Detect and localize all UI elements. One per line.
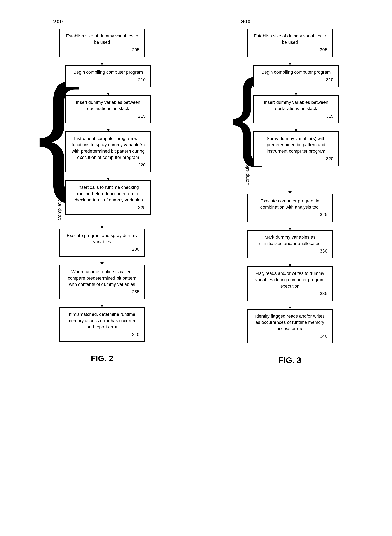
arrow-post-5 [290, 222, 290, 230]
arrow-brace-1 [108, 87, 108, 95]
brace-content-fig3: Begin compiling computer program310Inser… [253, 65, 339, 185]
box-number-220: 220 [71, 162, 146, 168]
brace-side-fig3: {Compilation [241, 65, 253, 185]
box-220: Instrument computer program with functio… [65, 132, 151, 172]
brace-label-fig2: Compilation [57, 197, 62, 220]
box-number-340: 340 [252, 333, 327, 339]
box-225: Insert calls to runtime checking routine… [65, 180, 151, 215]
box-325: Execute computer program in combination … [247, 194, 333, 222]
box-number-325: 325 [252, 212, 327, 218]
box-text-225: Insert calls to runtime checking routine… [74, 185, 143, 203]
box-text-240: If mismatched, determine runtime memory … [67, 312, 137, 329]
arrow-pre-0 [290, 57, 290, 65]
box-number-330: 330 [252, 248, 327, 254]
fig-label-fig3: FIG. 3 [241, 356, 339, 365]
arrow-brace-1 [296, 87, 296, 95]
arrow-brace-3 [108, 172, 108, 180]
box-text-335: Flag reads and/or writes to dummy variab… [255, 271, 325, 289]
box-number-230: 230 [65, 246, 140, 252]
box-text-220: Instrument computer program with functio… [72, 136, 145, 160]
box-335: Flag reads and/or writes to dummy variab… [247, 266, 333, 301]
brace-group-fig3: {CompilationBegin compiling computer pro… [241, 65, 339, 185]
arrow-post-4 [290, 186, 290, 194]
box-number-205: 205 [65, 47, 140, 53]
box-305: Establish size of dummy variables to be … [247, 29, 333, 57]
box-number-235: 235 [65, 289, 140, 295]
diagram-label-fig3: 300 [241, 18, 251, 25]
box-text-325: Execute computer program in combination … [260, 198, 319, 210]
box-320: Spray dummy variable(s) with predetermin… [253, 132, 339, 166]
box-text-210: Begin compiling computer program [73, 70, 143, 75]
box-330: Mark dummy variables as uninitialized an… [247, 230, 333, 258]
box-number-310: 310 [259, 77, 333, 83]
fig-label-fig2: FIG. 2 [53, 354, 151, 363]
box-text-230: Execute program and spray dummy variable… [67, 233, 138, 244]
box-215: Insert dummy variables between declarati… [65, 95, 151, 123]
box-number-320: 320 [259, 156, 333, 162]
arrow-post-7 [290, 301, 290, 309]
arrow-post-6 [102, 257, 102, 265]
box-235: When runtime routine is called, compare … [59, 265, 145, 299]
box-text-205: Establish size of dummy variables to be … [66, 33, 138, 45]
box-text-340: Identify flagged reads and/or writes as … [255, 313, 325, 331]
flow-fig3: Establish size of dummy variables to be … [241, 29, 339, 343]
box-number-240: 240 [65, 332, 140, 338]
box-315: Insert dummy variables between declarati… [253, 95, 339, 123]
box-text-315: Insert dummy variables between declarati… [264, 100, 328, 111]
box-number-210: 210 [71, 77, 146, 83]
box-text-215: Insert dummy variables between declarati… [76, 100, 140, 111]
box-text-310: Begin compiling computer program [261, 70, 331, 75]
box-240: If mismatched, determine runtime memory … [59, 307, 145, 342]
diagrams-container: 200Establish size of dummy variables to … [16, 12, 376, 365]
brace-group-fig2: {CompilationBegin compiling computer pro… [53, 65, 151, 220]
box-number-335: 335 [252, 291, 327, 297]
box-310: Begin compiling computer program310 [253, 65, 339, 87]
box-number-215: 215 [71, 113, 146, 119]
box-text-330: Mark dummy variables as uninitialized an… [259, 235, 321, 246]
diagram-label-fig2: 200 [53, 18, 63, 25]
arrow-pre-0 [102, 57, 102, 65]
box-text-305: Establish size of dummy variables to be … [254, 33, 326, 45]
box-text-235: When runtime routine is called, compare … [68, 269, 136, 287]
box-text-320: Spray dummy variable(s) with predetermin… [266, 136, 326, 154]
box-340: Identify flagged reads and/or writes as … [247, 309, 333, 343]
arrow-post-5 [102, 220, 102, 228]
box-number-315: 315 [259, 113, 333, 119]
box-205: Establish size of dummy variables to be … [59, 29, 145, 57]
arrow-post-6 [290, 258, 290, 266]
box-230: Execute program and spray dummy variable… [59, 228, 145, 257]
arrow-brace-2 [296, 123, 296, 132]
flow-fig2: Establish size of dummy variables to be … [53, 29, 151, 342]
box-number-225: 225 [71, 204, 146, 211]
diagram-fig3: 300Establish size of dummy variables to … [241, 18, 339, 365]
box-number-305: 305 [252, 47, 327, 53]
diagram-fig2: 200Establish size of dummy variables to … [53, 18, 151, 363]
brace-side-fig2: {Compilation [53, 65, 65, 220]
box-210: Begin compiling computer program210 [65, 65, 151, 87]
page: 200Establish size of dummy variables to … [0, 0, 392, 536]
brace-label-fig3: Compilation [245, 162, 250, 185]
arrow-post-7 [102, 299, 102, 307]
arrow-brace-2 [108, 123, 108, 132]
